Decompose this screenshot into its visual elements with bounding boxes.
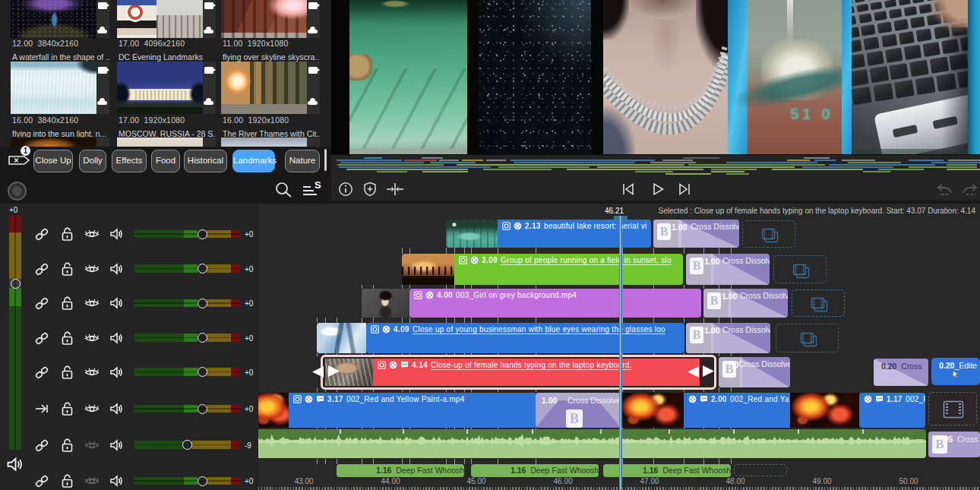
svg-text:S: S — [315, 181, 321, 191]
